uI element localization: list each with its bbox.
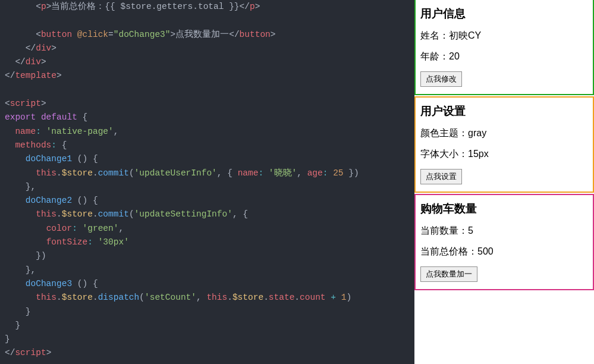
user-setting-title: 用户设置 xyxy=(420,103,588,119)
code-line[interactable]: export default { xyxy=(5,111,414,124)
code-line[interactable]: fontSize: '30px' xyxy=(5,236,414,249)
user-info-age-row: 年龄：20 xyxy=(420,51,588,63)
code-line[interactable]: }) xyxy=(5,249,414,263)
code-line[interactable] xyxy=(5,83,414,97)
user-setting-theme-value: gray xyxy=(468,128,486,138)
code-line[interactable]: } xyxy=(5,332,414,346)
code-line[interactable]: doChange1 () { xyxy=(5,152,414,166)
code-line[interactable]: doChange3 () { xyxy=(5,277,414,291)
code-line[interactable] xyxy=(5,14,414,27)
user-setting-font-value: 15px xyxy=(468,149,489,159)
code-line[interactable]: </div> xyxy=(5,55,414,69)
preview-pane: 用户信息 姓名：初映CY 年龄：20 点我修改 用户设置 颜色主题：gray 字… xyxy=(414,0,594,364)
code-line[interactable]: } xyxy=(5,305,414,319)
code-line[interactable]: <button @click="doChange3">点我数量加一</butto… xyxy=(5,28,414,42)
cart-count-value: 5 xyxy=(468,225,473,236)
user-info-name-value: 初映CY xyxy=(449,30,481,40)
user-setting-font-label: 字体大小： xyxy=(420,149,468,159)
code-line[interactable]: this.$store.commit('updateUserInfo', { n… xyxy=(5,167,414,180)
cart-total-value: 500 xyxy=(477,246,494,256)
code-line[interactable]: </div> xyxy=(5,42,414,55)
code-line[interactable]: this.$store.commit('updateSettingInfo', … xyxy=(5,208,414,221)
user-info-title: 用户信息 xyxy=(420,6,588,21)
user-setting-button[interactable]: 点我设置 xyxy=(420,169,462,184)
cart-count-row: 当前数量：5 xyxy=(420,225,588,237)
user-setting-theme-label: 颜色主题： xyxy=(420,128,468,138)
code-line[interactable]: <script> xyxy=(5,97,414,111)
user-setting-font-row: 字体大小：15px xyxy=(420,148,588,161)
code-line[interactable]: this.$store.dispatch('setCount', this.$s… xyxy=(5,291,414,305)
user-setting-theme-row: 颜色主题：gray xyxy=(420,127,588,140)
code-line[interactable]: doChange2 () { xyxy=(5,194,414,208)
user-info-name-label: 姓名： xyxy=(420,30,449,40)
user-setting-panel: 用户设置 颜色主题：gray 字体大小：15px 点我设置 xyxy=(414,96,594,193)
cart-panel: 购物车数量 当前数量：5 当前总价格：500 点我数量加一 xyxy=(414,194,594,290)
code-line[interactable]: }, xyxy=(5,180,414,194)
code-line[interactable]: name: 'native-page', xyxy=(5,125,414,139)
code-editor-pane[interactable]: <p>当前总价格：{{ $store.getters.total }}</p> … xyxy=(0,0,414,364)
user-info-name-row: 姓名：初映CY xyxy=(420,30,588,42)
cart-total-row: 当前总价格：500 xyxy=(420,246,588,258)
code-line[interactable]: <p>当前总价格：{{ $store.getters.total }}</p> xyxy=(5,0,414,14)
user-info-panel: 用户信息 姓名：初映CY 年龄：20 点我修改 xyxy=(414,0,594,95)
code-line[interactable]: }, xyxy=(5,263,414,277)
user-info-edit-button[interactable]: 点我修改 xyxy=(420,71,462,87)
cart-total-label: 当前总价格： xyxy=(420,246,477,256)
code-line[interactable]: } xyxy=(5,319,414,332)
code-line[interactable]: </template> xyxy=(5,69,414,83)
code-line[interactable]: methods: { xyxy=(5,139,414,152)
user-info-age-label: 年龄： xyxy=(420,51,449,61)
user-info-age-value: 20 xyxy=(449,51,460,61)
code-line[interactable]: </script> xyxy=(5,346,414,360)
cart-add-button[interactable]: 点我数量加一 xyxy=(420,266,477,282)
cart-title: 购物车数量 xyxy=(420,201,588,216)
code-line[interactable]: color: 'green', xyxy=(5,222,414,236)
cart-count-label: 当前数量： xyxy=(420,225,468,236)
